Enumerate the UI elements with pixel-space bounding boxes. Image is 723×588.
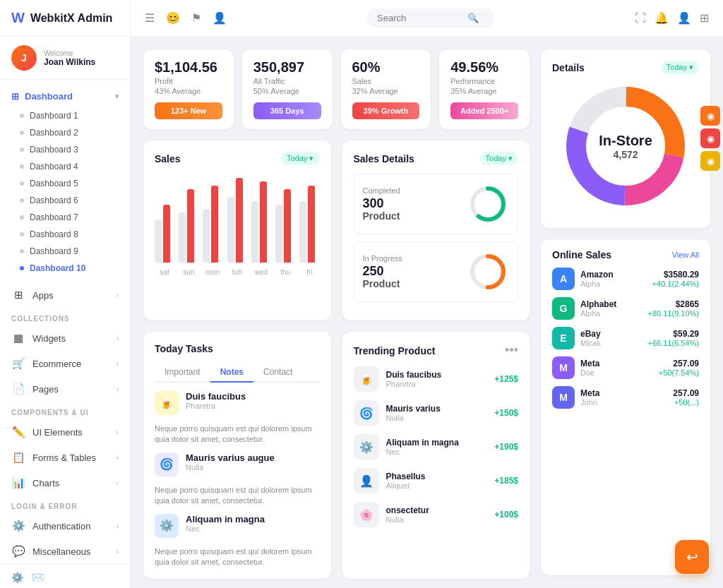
- sales-change-3: +50(7.54%): [659, 368, 699, 377]
- stat-label: All Traffic: [253, 77, 321, 85]
- stat-label: Sales: [352, 77, 420, 85]
- stat-btn-profit[interactable]: 123+ New: [155, 102, 222, 119]
- trending-name-1: Mauris varius: [386, 404, 488, 414]
- chevron-right-icon: ›: [116, 479, 119, 487]
- expand-icon[interactable]: ⛶: [635, 12, 646, 25]
- trending-price-2: +190$: [494, 442, 518, 452]
- sidebar-item-ecommerce[interactable]: 🛒Ecommerce ›: [0, 351, 130, 376]
- trending-icon-1: 🌀: [354, 400, 379, 426]
- sidebar-item-dashboard5[interactable]: Dashboard 5: [0, 175, 130, 192]
- sidebar-item-dashboard10[interactable]: Dashboard 10: [0, 260, 130, 277]
- mail-icon[interactable]: ✉️: [32, 572, 44, 583]
- float-btn-orange[interactable]: ◉: [700, 106, 720, 126]
- menu-icon[interactable]: ☰: [145, 11, 155, 25]
- sales-price-0: $3580.29: [652, 270, 699, 280]
- search-input[interactable]: [377, 13, 462, 23]
- sales-name-2: eBay: [580, 329, 601, 339]
- trending-icon-0: 🍺: [354, 366, 379, 392]
- task-desc-0: Neque porro quisquam est qui dolorem ips…: [155, 424, 320, 445]
- sidebar-item-charts[interactable]: 📊Charts ›: [0, 470, 130, 496]
- sales-chart-badge[interactable]: Today ▾: [281, 152, 319, 165]
- trending-item-0: 🍺 Duis faucibus Pharetra +125$: [354, 366, 519, 392]
- sidebar-item-dashboard7[interactable]: Dashboard 7: [0, 209, 130, 226]
- grid-icon[interactable]: ⊞: [700, 11, 709, 25]
- float-btn-red[interactable]: ◉: [700, 128, 720, 148]
- sidebar-item-apps[interactable]: ⊞Apps ›: [0, 282, 130, 308]
- user-circle-icon[interactable]: 👤: [213, 11, 227, 25]
- tab-contact[interactable]: Contact: [253, 363, 302, 383]
- sidebar-item-widgets[interactable]: ▦Widgets ›: [0, 325, 130, 351]
- dots-menu-icon[interactable]: •••: [505, 343, 518, 358]
- bell-icon[interactable]: 🔔: [655, 11, 669, 25]
- sidebar-item-forms-tables[interactable]: 📋Forms & Tables ›: [0, 445, 130, 470]
- trending-name-3: Phasellus: [386, 472, 488, 481]
- online-sales-card: Online Sales View All A Amazon Alpha $35…: [541, 239, 710, 575]
- nav-dot: [20, 232, 24, 236]
- auth-icon: ⚙️: [11, 519, 25, 533]
- bar-red: [211, 186, 218, 263]
- task-title-1: Mauris varius augue: [186, 452, 275, 463]
- sales-info-3: Meta Doe: [580, 359, 599, 377]
- sales-details-title: Sales Details: [354, 153, 414, 164]
- inprogress-donut: [467, 251, 509, 293]
- flag-icon[interactable]: ⚑: [191, 11, 201, 25]
- float-btn-yellow[interactable]: ◉: [700, 151, 720, 171]
- settings-icon[interactable]: ⚙️: [11, 572, 23, 583]
- sales-row-1: G Alphabet Alpha $2865 +80.11(9.10%): [552, 297, 699, 320]
- sidebar-item-dashboard2[interactable]: Dashboard 2: [0, 124, 130, 141]
- nav-dot: [20, 198, 24, 203]
- sidebar-item-miscellaneous[interactable]: 💬Miscellaneous ›: [0, 539, 130, 564]
- inprogress-status: In Progress: [363, 254, 402, 263]
- sidebar-item-dashboard3[interactable]: Dashboard 3: [0, 141, 130, 158]
- sidebar-item-ui-elements[interactable]: ✏️UI Elements ›: [0, 419, 130, 445]
- sidebar-item-dashboard1[interactable]: Dashboard 1: [0, 107, 130, 124]
- sales-details-badge[interactable]: Today ▾: [480, 152, 518, 165]
- tab-notes[interactable]: Notes: [210, 363, 253, 383]
- trending-item-3: 👤 Phasellus Aliquet +185$: [354, 468, 519, 493]
- trending-name-0: Duis faucibus: [386, 370, 488, 380]
- collections-label: COLLECTIONS: [0, 308, 130, 325]
- sales-sub-0: Alpha: [580, 280, 614, 288]
- stat-btn-traffic[interactable]: 365 Days: [253, 102, 321, 119]
- search-box: 🔍: [367, 8, 494, 28]
- sidebar-item-label: Dashboard 2: [30, 128, 78, 138]
- fab-button[interactable]: ↩: [675, 540, 709, 574]
- sidebar-item-dashboard9[interactable]: Dashboard 9: [0, 243, 130, 260]
- tab-important[interactable]: Important: [155, 363, 210, 383]
- nav-dot: [20, 249, 24, 253]
- misc-icon: 💬: [11, 544, 25, 558]
- tasks-header: Today Tasks: [155, 343, 320, 354]
- bar-label: fri: [299, 268, 319, 276]
- task-content-1: Mauris varius augue Nulla: [186, 452, 275, 472]
- nav-dot: [20, 164, 24, 169]
- stat-label: Profit: [155, 77, 222, 85]
- bar-label: tuh: [227, 268, 247, 276]
- bar-chart: [155, 174, 320, 265]
- view-all-link[interactable]: View All: [672, 251, 699, 259]
- emoji-icon[interactable]: 😊: [166, 11, 180, 25]
- completed-card: Completed 300 Product: [354, 174, 519, 234]
- bar-red: [187, 189, 194, 263]
- stat-btn-sales[interactable]: 39% Growth: [352, 102, 420, 119]
- chevron-right-icon: ›: [116, 360, 119, 368]
- sales-row-3: M Meta Doe 257.09 +50(7.54%): [552, 356, 699, 379]
- bar-group: [227, 178, 247, 263]
- content-left: $1,104.56 Profit 43% Average 123+ New 35…: [143, 49, 530, 575]
- trending-sub-2: Nec: [386, 448, 488, 456]
- user-icon[interactable]: 👤: [677, 11, 691, 25]
- sales-chart-title: Sales: [155, 153, 181, 164]
- stat-btn-performance[interactable]: Added 2500+: [450, 102, 518, 119]
- logo-icon: W: [11, 10, 25, 26]
- details-badge[interactable]: Today ▾: [661, 61, 699, 74]
- dashboard-main-item[interactable]: ⊞ Dashboard ▾: [0, 85, 130, 107]
- task-title-2: Aliquam in magna: [186, 514, 265, 524]
- nav-dot: [20, 131, 24, 135]
- stat-amount: 350,897: [253, 59, 321, 76]
- sales-amount-4: 257.09 +50(...): [673, 388, 699, 407]
- sidebar-item-dashboard4[interactable]: Dashboard 4: [0, 158, 130, 175]
- sidebar-item-dashboard8[interactable]: Dashboard 8: [0, 226, 130, 243]
- sidebar-item-dashboard6[interactable]: Dashboard 6: [0, 192, 130, 209]
- sales-amount-0: $3580.29 +40.1(2.44%): [652, 270, 699, 288]
- sidebar-item-authentication[interactable]: ⚙️Authentication ›: [0, 513, 130, 539]
- sidebar-item-pages[interactable]: 📄Pages ›: [0, 376, 130, 402]
